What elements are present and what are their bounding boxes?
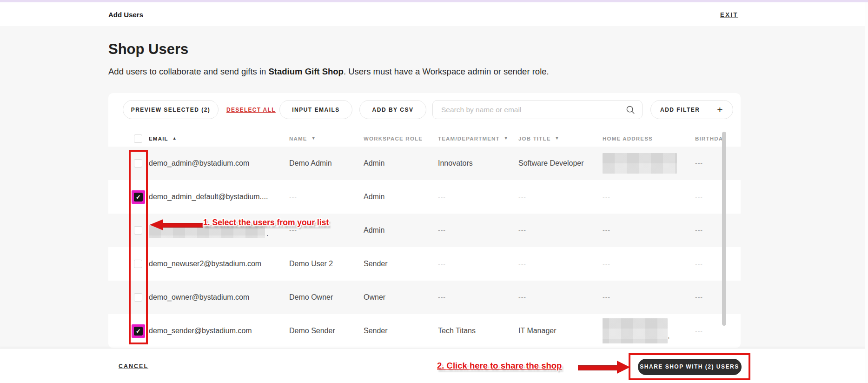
table-body: demo_admin@bystadium.com Demo Admin Admi…	[108, 147, 741, 348]
column-header-name[interactable]: NAME▼	[289, 130, 316, 147]
sort-descending-icon: ▼	[311, 136, 316, 141]
cell-home-address: ---	[603, 281, 694, 314]
table-row: demo_sender@bystadium.com Demo Sender Se…	[108, 314, 741, 348]
share-shop-button[interactable]: SHARE SHOP WITH (2) USERS	[638, 359, 742, 375]
plus-icon: +	[717, 105, 723, 114]
cell-team: Innovators	[438, 147, 515, 180]
cell-job-title: IT Manager	[518, 314, 600, 348]
preview-selected-button[interactable]: PREVIEW SELECTED (2)	[123, 100, 219, 119]
cell-job-title: ---	[518, 214, 600, 247]
description-suffix: . Users must have a Workspace admin or s…	[344, 67, 549, 76]
cell-home-address: ---	[603, 247, 694, 281]
table-header-row: EMAIL▲ NAME▼ WORKSPACE ROLE TEAM/DEPARTM…	[108, 130, 741, 147]
cell-team: ---	[438, 214, 515, 247]
input-emails-button[interactable]: INPUT EMAILS	[279, 100, 352, 119]
select-all-checkbox-cell	[134, 130, 142, 147]
annotation-highlight-box-share-button: SHARE SHOP WITH (2) USERS	[629, 353, 750, 380]
cell-birthday: ---	[695, 214, 719, 247]
cell-birthday: ---	[695, 147, 719, 180]
sort-descending-icon: ▼	[504, 136, 509, 141]
sort-descending-icon: ▼	[555, 136, 560, 141]
cell-email: demo_admin_default@bystadium....	[149, 180, 286, 214]
cell-name: ---	[289, 180, 359, 214]
column-header-email[interactable]: EMAIL▲	[149, 130, 177, 147]
checkmark-icon	[134, 327, 143, 336]
annotation-arrow-step2	[578, 361, 630, 374]
column-header-team-department[interactable]: TEAM/DEPARTMENT▼	[438, 130, 509, 147]
arrow-tail	[163, 223, 203, 228]
cell-workspace-role: Admin	[364, 180, 433, 214]
window-right-edge	[865, 0, 868, 383]
cell-workspace-role: Sender	[364, 247, 433, 281]
arrow-head-right-icon	[617, 361, 630, 374]
row-checkbox[interactable]	[132, 190, 145, 204]
redacted-email-suffix: .	[266, 229, 268, 247]
cell-birthday: ---	[695, 314, 719, 348]
cell-home-address	[603, 147, 694, 180]
add-filter-button[interactable]: ADD FILTER +	[650, 100, 733, 119]
table-row: demo_owner@bystadium.com Demo Owner Owne…	[108, 281, 741, 314]
description-prefix: Add users to collaborate and send gifts …	[108, 67, 269, 76]
search-input[interactable]	[440, 105, 625, 114]
row-checkbox[interactable]	[134, 293, 142, 302]
redacted-home-address	[603, 318, 668, 343]
table-row: demo_newuser2@bystadium.com Demo User 2 …	[108, 247, 741, 281]
annotation-step1-text: 1. Select the users from your list	[203, 218, 329, 228]
arrow-tail	[578, 365, 619, 370]
cell-workspace-role: Owner	[364, 281, 433, 314]
cell-workspace-role: Admin	[364, 147, 433, 180]
exit-link[interactable]: EXIT	[720, 11, 738, 18]
table-row: demo_admin_default@bystadium.... --- Adm…	[108, 180, 741, 214]
shop-name: Stadium Gift Shop	[269, 67, 344, 76]
cell-name: Demo Sender	[289, 314, 359, 348]
cell-job-title: ---	[518, 281, 600, 314]
cell-job-title: ---	[518, 180, 600, 214]
row-checkbox[interactable]	[134, 260, 142, 268]
add-users-screen: Add Users EXIT Shop Users Add users to c…	[0, 0, 868, 383]
select-all-checkbox[interactable]	[134, 134, 142, 143]
cell-workspace-role: Admin	[364, 214, 433, 247]
annotation-arrow-step1	[150, 219, 203, 231]
sort-ascending-icon: ▲	[172, 136, 177, 141]
cell-team: ---	[438, 180, 515, 214]
top-accent-bar	[0, 0, 868, 2]
annotation-step2-text: 2. Click here to share the shop	[437, 361, 562, 371]
row-checkbox[interactable]	[132, 324, 145, 338]
cell-birthday: ---	[695, 247, 719, 281]
column-header-birthday: BIRTHDAY	[695, 130, 722, 147]
cell-home-address: ---	[603, 180, 694, 214]
cell-birthday: ---	[695, 180, 719, 214]
cell-team: ---	[438, 247, 515, 281]
cell-team: ---	[438, 281, 515, 314]
search-box	[432, 100, 643, 119]
redacted-address-suffix: ,	[668, 332, 669, 348]
add-by-csv-button[interactable]: ADD BY CSV	[359, 100, 426, 119]
dialog-title: Add Users	[108, 11, 143, 19]
arrow-head-left-icon	[150, 219, 163, 230]
cell-workspace-role: Sender	[364, 314, 433, 348]
add-filter-label: ADD FILTER	[660, 107, 700, 113]
cell-email: demo_newuser2@bystadium.com	[149, 247, 286, 281]
cell-email: demo_admin@bystadium.com	[149, 147, 286, 180]
column-header-job-title[interactable]: JOB TITLE▼	[518, 130, 560, 147]
row-checkbox[interactable]	[134, 226, 142, 235]
cell-team: Tech Titans	[438, 314, 515, 348]
cell-name: Demo Admin	[289, 147, 359, 180]
cell-home-address: ,	[603, 314, 694, 348]
cancel-link[interactable]: CANCEL	[119, 349, 148, 383]
footer-bar: CANCEL 2. Click here to share the shop S…	[0, 348, 868, 383]
page-title: Shop Users	[108, 41, 188, 58]
redacted-home-address	[603, 153, 677, 174]
column-header-home-address: HOME ADDRESS	[603, 130, 653, 147]
cell-birthday: ---	[695, 281, 719, 314]
checkmark-icon	[134, 193, 143, 202]
column-header-workspace-role: WORKSPACE ROLE	[364, 130, 423, 147]
dialog-header: Add Users EXIT	[0, 2, 868, 27]
page-description: Add users to collaborate and send gifts …	[108, 67, 549, 77]
table-scrollbar-thumb[interactable]	[722, 132, 726, 326]
cell-name: Demo Owner	[289, 281, 359, 314]
cell-job-title: Software Developer	[518, 147, 600, 180]
deselect-all-link[interactable]: DESELECT ALL	[226, 100, 276, 119]
row-checkbox[interactable]	[134, 159, 142, 168]
table-row: demo_admin@bystadium.com Demo Admin Admi…	[108, 147, 741, 180]
